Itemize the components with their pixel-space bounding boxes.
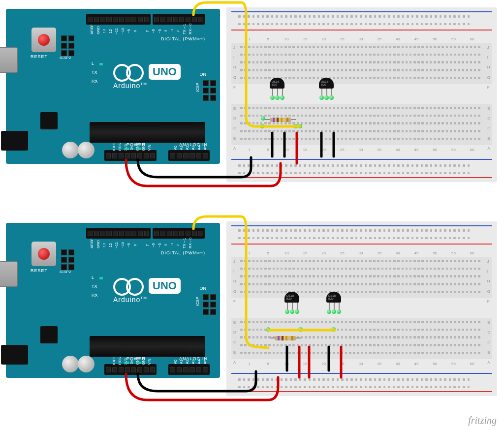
col-numbers-top: 151015202530354045505560 [240, 251, 481, 255]
digital-header-right[interactable] [153, 14, 205, 25]
icsp-label: ICSP [195, 83, 200, 92]
ds18b20-sensor-2a [284, 292, 299, 303]
led-labels: LTXRX [92, 61, 98, 88]
row-labels-left-bot: EDCBA [233, 106, 236, 151]
arduino-logo: UNO [113, 64, 181, 80]
row-labels-right-bot: EDCBA [487, 106, 490, 151]
icsp2-header [61, 249, 74, 270]
digital-header-left[interactable] [86, 228, 151, 239]
capacitors [62, 142, 94, 158]
ds18b20-sensor-1a [270, 78, 284, 89]
barrel-jack [1, 345, 28, 365]
analog-header[interactable] [168, 364, 210, 375]
analog-pin-labels: A0A1A2A3A4A5 [172, 360, 208, 364]
pullup-resistor-2 [275, 336, 296, 340]
bottom-rail-holes[interactable] [238, 164, 470, 174]
col-numbers-top: 151015202530354045505560 [240, 37, 481, 41]
pullup-resistor-1 [270, 118, 291, 122]
digital-header-left[interactable] [86, 14, 151, 25]
arduino-board-2: RESET ICSP2 ICSP AREFGND1312~11~10~987~6… [6, 223, 220, 378]
icsp2-header [61, 35, 74, 56]
icsp2-label: ICSP2 [60, 56, 71, 60]
icsp-header [203, 294, 216, 315]
power-header[interactable] [104, 364, 157, 375]
analog-header[interactable] [168, 150, 210, 161]
analog-pin-labels: A0A1A2A3A4A5 [172, 146, 208, 150]
digital-header-right[interactable] [153, 228, 205, 239]
breadboard-2: 151015202530354045505560 151015202530354… [226, 221, 497, 396]
bottom-rail-holes[interactable] [238, 378, 470, 388]
digital-pin-labels: AREFGND1312~11~10~987~6~54~32TX→1RX←0 [89, 26, 193, 33]
regulator [40, 112, 58, 129]
on-label: ON [200, 72, 207, 77]
row-labels-left-top: JIHGF [233, 45, 236, 90]
row-labels-right-top: JIHGF [487, 45, 490, 90]
fritzing-credit: fritzing [468, 415, 497, 426]
reset-button[interactable] [32, 28, 56, 52]
top-rail-holes[interactable] [238, 229, 470, 239]
power-pin-labels: IOREFRESET3V35VGNDGNDVIN [111, 146, 152, 150]
reset-button[interactable] [32, 242, 56, 266]
usb-port [0, 261, 18, 287]
digital-label: DIGITAL (PWM=~) [161, 36, 205, 41]
ds18b20-sensor-1b [319, 78, 334, 89]
power-header[interactable] [104, 150, 157, 161]
col-numbers-bot: 151015202530354045505560 [240, 148, 481, 152]
field-top-holes[interactable] [240, 46, 480, 79]
row-labels-right-bot: EDCBA [487, 320, 490, 365]
row-labels-left-bot: EDCBA [233, 320, 236, 365]
arduino-board-1: RESET ICSP2 ICSP AREFGND1312~11~10~987~6… [6, 9, 220, 164]
barrel-jack [1, 131, 28, 151]
power-pin-labels: IOREFRESET3V35VGNDGNDVIN [111, 360, 152, 364]
icsp-header [203, 80, 216, 101]
digital-pin-labels: AREFGND1312~11~10~987~6~54~32TX→1RX←0 [89, 240, 193, 247]
ds18b20-sensor-2b [326, 292, 341, 303]
row-labels-left-top: JIHGF [233, 259, 236, 304]
breadboard-1: 151015202530354045505560 151015202530354… [226, 7, 497, 182]
usb-port [0, 47, 18, 73]
atmega-chip [90, 122, 205, 143]
reset-label: RESET [31, 268, 48, 273]
row-labels-right-top: JIHGF [487, 259, 490, 304]
arduino-brand: ArduinoTM [113, 82, 147, 90]
col-numbers-bot: 151015202530354045505560 [240, 362, 481, 366]
reset-label: RESET [31, 54, 48, 59]
top-rail-holes[interactable] [238, 15, 470, 25]
field-bot-holes[interactable] [240, 107, 480, 140]
